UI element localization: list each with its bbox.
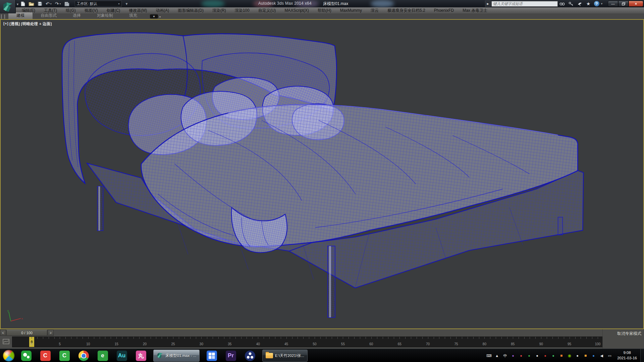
workspace-menu-caret-icon[interactable]: ▼ (125, 2, 128, 6)
ruler-label: 50 (313, 342, 316, 346)
ruler-label: 65 (398, 342, 401, 346)
menu-item[interactable]: 渲染100 (230, 8, 254, 13)
tray-tray-green-1-icon[interactable]: ● (526, 353, 532, 359)
ribbon-tab-填充[interactable]: 填充 (121, 12, 145, 19)
ruler-tick (145, 337, 145, 339)
menu-item[interactable]: 渲染(R) (208, 8, 230, 13)
project-folder-button[interactable] (64, 1, 69, 7)
tray-keyboard-icon[interactable]: ⌨ (486, 353, 492, 359)
tray-expand-tray-icon[interactable]: ▲ (494, 353, 500, 359)
search-input[interactable] (491, 1, 558, 7)
search-icon[interactable] (558, 1, 567, 7)
help-icon[interactable]: ? (594, 1, 599, 6)
new-scene-button[interactable] (21, 1, 25, 7)
ruler-tick (388, 337, 388, 339)
start-button[interactable] (3, 350, 15, 362)
menu-item[interactable]: PhoenixFD (430, 8, 458, 13)
ribbon-tab-建模[interactable]: 建模 (8, 12, 33, 19)
show-desktop-button[interactable] (640, 349, 644, 362)
taskbar-app-red-c[interactable]: C (39, 349, 52, 362)
ruler-tick (456, 337, 457, 339)
save-file-button[interactable] (38, 1, 42, 7)
menu-item[interactable]: 图形编辑器(D) (173, 8, 208, 13)
tray-tray-green-2-icon[interactable]: ● (550, 353, 556, 359)
taskbar-app-wan[interactable]: 丸 (134, 349, 148, 362)
menu-item[interactable]: 极速瘦身安全归档5.2 (383, 8, 430, 13)
ribbon-tab-自由形式[interactable]: 自由形式 (33, 12, 65, 19)
audition-icon: Au (117, 351, 127, 361)
open-file-button[interactable] (29, 1, 34, 7)
minimize-button[interactable]: — (608, 1, 618, 7)
time-slider-handle[interactable]: 0 / 100 (6, 330, 47, 336)
taskbar-window-max-window[interactable]: 床模型01.max - ... (153, 350, 200, 362)
taskbar-app-audition[interactable]: Au (115, 349, 128, 362)
tray-input-method-icon[interactable]: 中 (502, 353, 508, 359)
perspective-viewport[interactable]: [+] [透视] [明暗处理 + 边面] (0, 19, 644, 329)
tray-tray-orange-1-icon[interactable]: ■ (558, 353, 564, 359)
tray-tray-blue-icon[interactable]: ● (591, 353, 596, 359)
ribbon-options-caret-icon[interactable]: ▾ (159, 15, 161, 18)
menu-item[interactable]: 自定义(U) (254, 8, 280, 13)
ruler-tick (241, 337, 241, 339)
menu-item[interactable]: 动画(A) (151, 8, 173, 13)
menu-item[interactable]: 渲云 (366, 8, 383, 13)
redo-button[interactable]: ↷▾ (55, 1, 61, 7)
ribbon-tab-对象绘制[interactable]: 对象绘制 (89, 12, 121, 19)
time-slider[interactable]: < 0 / 100 > (0, 330, 603, 336)
tray-tray-purple-icon[interactable]: ● (510, 353, 516, 359)
viewport-menu-plus[interactable]: [+] (3, 21, 8, 26)
tray-tray-red-2-icon[interactable]: ● (542, 353, 548, 359)
taskbar-app-tiles[interactable] (205, 349, 218, 362)
tray-tray-white-2-icon[interactable]: ● (575, 353, 580, 359)
key-icon[interactable] (567, 1, 575, 7)
ribbon-minimize-button[interactable]: ▼ (150, 14, 158, 18)
ruler-label: 30 (200, 342, 203, 346)
tray-volume-icon[interactable]: ◀ (599, 353, 604, 359)
previous-frame-button[interactable]: < (0, 330, 6, 336)
taskbar-app-circles[interactable] (243, 349, 257, 362)
menu-item[interactable]: Max 杀毒卫士 (458, 8, 492, 13)
ribbon-tab-选择[interactable]: 选择 (65, 12, 89, 19)
ribbon-grip-handle[interactable] (1, 14, 5, 19)
cancel-expert-mode-button[interactable]: 取消专家模式 (617, 331, 641, 337)
viewport-view-menu[interactable]: [透视] (9, 21, 20, 26)
undo-caret-icon[interactable]: ▾ (50, 2, 52, 5)
ruler-tick (570, 337, 570, 339)
menu-item[interactable]: 帮助(H) (313, 8, 336, 13)
bed-wireframe-model[interactable] (1, 20, 643, 328)
taskbar-clock[interactable]: 9:08 2021-03-16 (617, 350, 637, 361)
ruler-tick (354, 337, 355, 339)
taskbar-window-folder-window[interactable]: E:\天竹2021\张... (262, 350, 308, 362)
restore-button[interactable] (618, 1, 629, 7)
ruler-tick (207, 337, 207, 339)
glass-reflection (371, 0, 394, 7)
workspace-selector[interactable]: 工作区: 默认 ▾ (75, 1, 122, 7)
open-mini-trackbar-button[interactable] (1, 337, 11, 346)
taskbar-app-premiere[interactable]: Pr (224, 349, 237, 362)
menu-item[interactable]: MaxMummy (336, 8, 366, 13)
time-ruler[interactable]: 0 05101520253035404550556065707580859095… (12, 337, 603, 347)
taskbar-app-chrome[interactable] (77, 349, 90, 362)
help-caret-icon[interactable]: ▼ (600, 2, 603, 5)
next-frame-button[interactable]: > (48, 330, 54, 336)
taskbar-app-wechat[interactable] (19, 349, 33, 362)
communication-center-icon[interactable] (575, 1, 584, 7)
taskbar-app-green-e[interactable]: e (96, 349, 109, 362)
viewport-shading-menu[interactable]: [明暗处理 + 边面] (21, 21, 52, 26)
close-button[interactable]: × (629, 1, 643, 7)
app-menu-caret-icon[interactable]: ▼ (16, 3, 19, 6)
tray-nvidia-icon[interactable]: ◉ (567, 353, 572, 359)
ruler-label: 20 (143, 342, 147, 346)
redo-caret-icon[interactable]: ▾ (59, 2, 61, 5)
tray-tray-red-1-icon[interactable]: ● (518, 353, 524, 359)
ruler-label: 100 (595, 342, 601, 346)
menu-item[interactable]: MAXScript(X) (280, 8, 313, 13)
search-expand-button[interactable]: ▶ (485, 1, 491, 7)
undo-button[interactable]: ↶▾ (46, 1, 52, 7)
application-menu-button[interactable] (0, 0, 16, 13)
tray-tray-white-1-icon[interactable]: ● (534, 353, 540, 359)
tray-network-icon[interactable]: ▭ (607, 353, 612, 359)
favorites-star-icon[interactable]: ★ (584, 1, 593, 7)
tray-tray-orange-2-icon[interactable]: ■ (583, 353, 588, 359)
taskbar-app-green-c[interactable]: C (58, 349, 71, 362)
